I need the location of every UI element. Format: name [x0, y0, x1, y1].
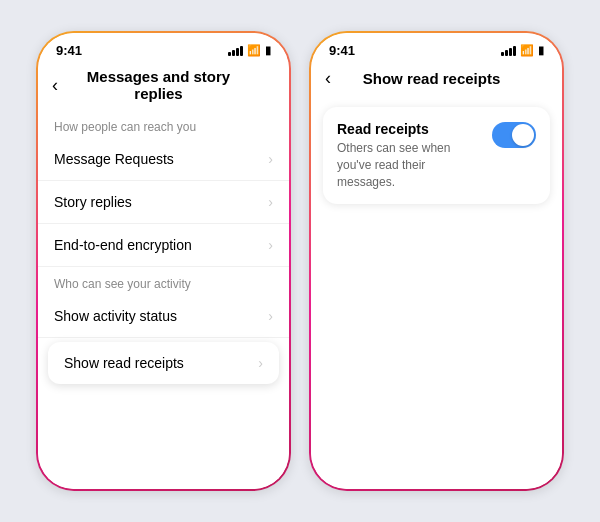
signal-icon — [501, 46, 516, 56]
status-bar-1: 9:41 📶 ▮ — [38, 33, 289, 62]
chevron-icon: › — [258, 355, 263, 371]
status-icons-1: 📶 ▮ — [228, 44, 271, 57]
time-2: 9:41 — [329, 43, 355, 58]
list-item-label: Show activity status — [54, 308, 177, 324]
chevron-icon: › — [268, 237, 273, 253]
wifi-icon: 📶 — [247, 44, 261, 57]
settings-list-1: How people can reach you Message Request… — [38, 110, 289, 489]
nav-header-2: ‹ Show read receipts — [311, 62, 562, 97]
signal-icon — [228, 46, 243, 56]
list-item-label: End-to-end encryption — [54, 237, 192, 253]
list-item-activity-status[interactable]: Show activity status › — [38, 295, 289, 338]
chevron-icon: › — [268, 194, 273, 210]
page-title-2: Show read receipts — [339, 70, 524, 87]
read-receipts-toggle[interactable] — [492, 122, 536, 148]
list-item-story-replies[interactable]: Story replies › — [38, 181, 289, 224]
chevron-icon: › — [268, 308, 273, 324]
battery-icon: ▮ — [265, 44, 271, 57]
list-item-message-requests[interactable]: Message Requests › — [38, 138, 289, 181]
read-receipts-desc: Others can see when you've read their me… — [337, 140, 480, 190]
list-item-read-receipts[interactable]: Show read receipts › — [48, 342, 279, 384]
read-receipts-title: Read receipts — [337, 121, 480, 137]
list-item-encryption[interactable]: End-to-end encryption › — [38, 224, 289, 267]
page-title-1: Messages and story replies — [66, 68, 251, 102]
list-item-label: Message Requests — [54, 151, 174, 167]
list-item-label: Story replies — [54, 194, 132, 210]
section-label-2: Who can see your activity — [38, 267, 289, 295]
nav-header-1: ‹ Messages and story replies — [38, 62, 289, 110]
back-button-2[interactable]: ‹ — [325, 68, 331, 89]
read-receipts-card: Read receipts Others can see when you've… — [323, 107, 550, 204]
read-receipts-info: Read receipts Others can see when you've… — [337, 121, 480, 190]
phone1: 9:41 📶 ▮ ‹ Messages and story replies — [36, 31, 291, 491]
status-bar-2: 9:41 📶 ▮ — [311, 33, 562, 62]
toggle-knob — [512, 124, 534, 146]
status-icons-2: 📶 ▮ — [501, 44, 544, 57]
list-item-label: Show read receipts — [64, 355, 184, 371]
wifi-icon: 📶 — [520, 44, 534, 57]
chevron-icon: › — [268, 151, 273, 167]
battery-icon: ▮ — [538, 44, 544, 57]
back-button-1[interactable]: ‹ — [52, 75, 58, 96]
time-1: 9:41 — [56, 43, 82, 58]
section-label-1: How people can reach you — [38, 110, 289, 138]
phone2: 9:41 📶 ▮ ‹ Show read receipts — [309, 31, 564, 491]
